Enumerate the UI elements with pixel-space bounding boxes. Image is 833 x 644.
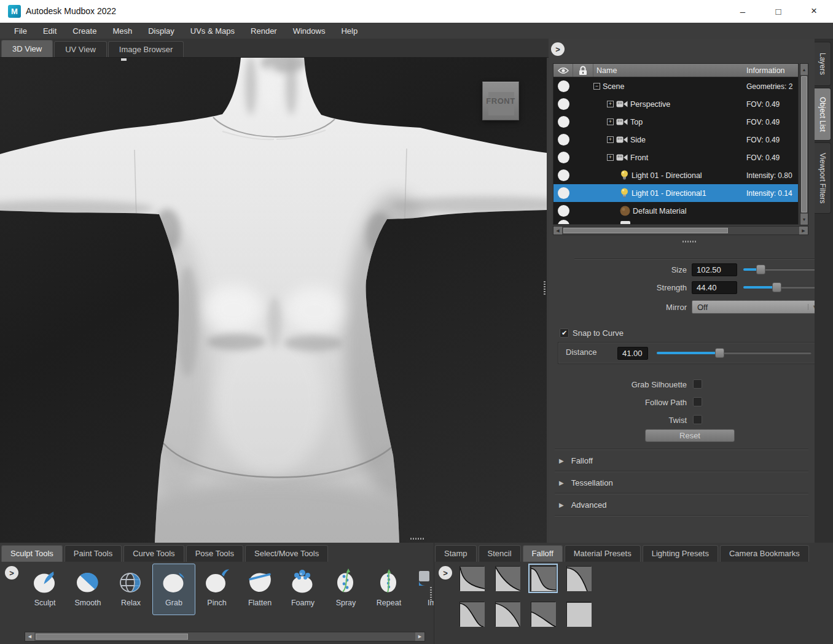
preset-tray-tab-stencil[interactable]: Stencil [479, 545, 521, 562]
menu-item-help[interactable]: Help [333, 26, 366, 36]
maximize-button[interactable]: □ [764, 0, 792, 22]
object-row-side[interactable]: +Side FOV: 0.49 [553, 131, 798, 149]
snap-to-curve-checkbox[interactable]: ✔ [560, 328, 569, 338]
slider-thumb[interactable] [772, 282, 781, 292]
side-tab-layers[interactable]: Layers [815, 42, 831, 86]
section-advanced[interactable]: ▶ Advanced [549, 494, 815, 515]
falloff-round-shoulder[interactable] [566, 566, 591, 591]
visibility-toggle[interactable] [558, 116, 569, 128]
menu-item-edit[interactable]: Edit [35, 26, 65, 36]
grab-silhouette-checkbox[interactable] [693, 379, 702, 389]
scroll-down-icon[interactable]: ▼ [800, 214, 808, 225]
tree-expander-icon[interactable]: + [607, 154, 614, 161]
object-row-perspective[interactable]: +Perspective FOV: 0.49 [553, 95, 798, 113]
tool-tray-tab-sculpt-tools[interactable]: Sculpt Tools [1, 545, 63, 562]
tool-relax[interactable]: Relax [109, 564, 152, 615]
slider-thumb[interactable] [715, 348, 724, 358]
object-list-vertical-scrollbar[interactable]: ▲ ▼ [800, 63, 808, 225]
tool-tray-tab-paint-tools[interactable]: Paint Tools [65, 545, 122, 562]
object-row-mesh[interactable] [553, 220, 798, 225]
scroll-left-icon[interactable]: ◀ [553, 227, 562, 235]
tool-grab[interactable]: Grab [152, 564, 195, 615]
side-tab-object-list[interactable]: Object List [815, 88, 831, 141]
falloff-convex[interactable] [495, 602, 520, 626]
tab-uv-view[interactable]: UV View [54, 41, 107, 57]
menu-item-windows[interactable]: Windows [285, 26, 334, 36]
visibility-column-header[interactable] [553, 64, 573, 77]
viewport-grip[interactable] [121, 58, 127, 61]
section-tessellation[interactable]: ▶ Tessellation [549, 472, 815, 493]
scroll-left-icon[interactable]: ◀ [25, 632, 34, 641]
visibility-toggle[interactable] [558, 169, 569, 181]
object-row-light-01-directional[interactable]: Light 01 - Directional Intensity: 0.80 [553, 166, 798, 184]
slider-track[interactable] [657, 352, 811, 354]
preset-tray-tab-lighting-presets[interactable]: Lighting Presets [643, 545, 718, 562]
falloff-steep-concave[interactable] [460, 566, 484, 591]
tool-pinch[interactable]: Pinch [195, 564, 238, 615]
tree-expander-icon[interactable]: + [607, 136, 614, 143]
object-row-default-material[interactable]: Default Material [553, 202, 798, 220]
tool-sculpt[interactable]: Sculpt [23, 564, 66, 615]
scroll-right-icon[interactable]: ▶ [799, 227, 808, 235]
visibility-toggle[interactable] [558, 187, 569, 199]
view-cube[interactable]: FRONT [482, 82, 519, 120]
preset-tray-tab-camera-bookmarks[interactable]: Camera Bookmarks [720, 545, 809, 562]
preset-tray-tab-stamp[interactable]: Stamp [435, 545, 477, 562]
menu-item-uvs-maps[interactable]: UVs & Maps [182, 26, 243, 36]
lock-column-header[interactable] [573, 64, 593, 77]
tree-expander-icon[interactable]: + [607, 101, 614, 107]
tray-collapse-button[interactable]: > [5, 566, 18, 580]
scrollbar-thumb[interactable] [36, 634, 188, 640]
menu-item-display[interactable]: Display [140, 26, 182, 36]
object-row-light-01-directional1[interactable]: Light 01 - Directional1 Intensity: 0.14 [553, 184, 798, 202]
tab-3d-view[interactable]: 3D View [1, 40, 53, 57]
falloff-smooth-step-2[interactable] [460, 602, 484, 626]
information-column-header[interactable]: Information [746, 66, 798, 75]
tree-expander-icon[interactable]: + [607, 118, 614, 125]
distance-field[interactable]: 41.00 [617, 347, 648, 360]
visibility-toggle[interactable] [558, 220, 569, 225]
visibility-toggle[interactable] [558, 80, 569, 92]
tool-tray-tab-select-move-tools[interactable]: Select/Move Tools [245, 545, 328, 562]
tool-foamy[interactable]: Foamy [281, 564, 324, 615]
menu-item-mesh[interactable]: Mesh [104, 26, 140, 36]
falloff-low-concave[interactable] [531, 602, 555, 626]
scroll-up-icon[interactable]: ▲ [800, 64, 808, 75]
strength-slider[interactable] [743, 282, 821, 292]
splitter-grip-icon[interactable] [410, 538, 425, 540]
menu-item-render[interactable]: Render [243, 26, 285, 36]
menu-item-create[interactable]: Create [65, 26, 104, 36]
object-row-scene[interactable]: −Scene Geometries: 2 [553, 77, 798, 95]
preset-tray-tab-material-presets[interactable]: Material Presets [565, 545, 641, 562]
tool-tray-scrollbar[interactable]: ◀ ▶ [25, 632, 425, 642]
visibility-toggle[interactable] [558, 98, 569, 110]
menu-item-file[interactable]: File [6, 26, 35, 36]
scrollbar-thumb[interactable] [563, 228, 728, 233]
viewport-3d[interactable]: FRONT [0, 58, 547, 543]
tool-spray[interactable]: Spray [324, 564, 367, 615]
section-falloff[interactable]: ▶ Falloff [549, 450, 815, 471]
mirror-dropdown[interactable]: Off ▼ [692, 300, 822, 314]
reset-button[interactable]: Reset [645, 429, 735, 442]
slider-thumb[interactable] [756, 265, 765, 274]
size-field[interactable]: 102.50 [692, 263, 737, 276]
falloff-constant[interactable] [566, 602, 591, 626]
tool-tray-tab-curve-tools[interactable]: Curve Tools [123, 545, 184, 562]
close-button[interactable]: × [800, 0, 828, 22]
object-row-top[interactable]: +Top FOV: 0.49 [553, 113, 798, 131]
follow-path-checkbox[interactable] [693, 397, 702, 406]
scroll-right-icon[interactable]: ▶ [415, 632, 424, 641]
scrollbar-thumb[interactable] [801, 76, 807, 212]
visibility-toggle[interactable] [558, 152, 569, 163]
splitter-grip-icon[interactable] [544, 281, 546, 296]
twist-checkbox[interactable] [693, 415, 702, 424]
tray-collapse-button[interactable]: > [439, 566, 452, 580]
falloff-smooth-step[interactable] [531, 566, 555, 591]
visibility-toggle[interactable] [558, 134, 569, 145]
splitter-grip-icon[interactable] [682, 241, 697, 242]
tool-tray-tab-pose-tools[interactable]: Pose Tools [186, 545, 243, 562]
slider-track[interactable] [743, 286, 821, 289]
minimize-button[interactable]: – [729, 0, 757, 22]
preset-tray-tab-falloff[interactable]: Falloff [523, 545, 563, 562]
falloff-concave[interactable] [495, 566, 520, 591]
